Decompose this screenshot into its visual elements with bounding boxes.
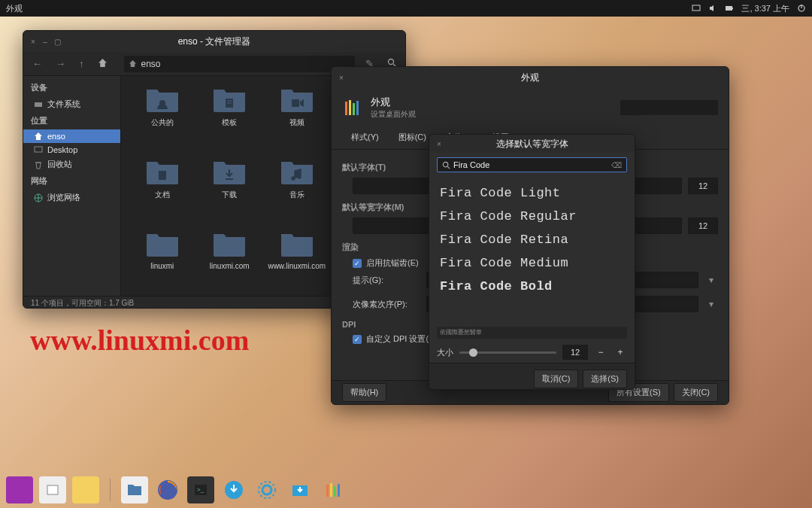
clear-icon[interactable]: ⌫ xyxy=(611,161,622,169)
close-icon[interactable]: × xyxy=(29,38,37,45)
fm-titlebar[interactable]: × – ▢ enso - 文件管理器 xyxy=(23,31,405,52)
font-search-field[interactable] xyxy=(453,160,608,169)
help-button[interactable]: 帮助(H) xyxy=(342,383,386,402)
font-list[interactable]: Fira Code Light Fira Code Regular Fira C… xyxy=(429,177,635,324)
aw-titlebar[interactable]: × 外观 xyxy=(332,67,729,88)
dock-software[interactable] xyxy=(286,476,314,503)
svg-rect-17 xyxy=(356,101,359,115)
font-option[interactable]: Fira Code Medium xyxy=(437,251,627,275)
tab-style[interactable]: 样式(Y) xyxy=(342,127,388,149)
aw-search-icon[interactable] xyxy=(620,100,718,115)
dock-downloads[interactable] xyxy=(220,476,247,503)
tray-power-icon[interactable] xyxy=(797,4,806,13)
svg-rect-2 xyxy=(732,8,733,9)
folder-icon xyxy=(280,231,314,258)
back-button[interactable]: ← xyxy=(29,56,45,71)
top-panel: 外观 三, 3:37 上午 xyxy=(0,0,812,17)
size-slider[interactable] xyxy=(459,351,556,354)
checkbox-icon: ✓ xyxy=(353,335,362,344)
sidebar-item-desktop[interactable]: Desktop xyxy=(23,143,120,157)
sidebar-item-browse-network[interactable]: 浏览网络 xyxy=(23,190,120,205)
desktop-icon xyxy=(34,145,43,154)
cancel-button[interactable]: 取消(C) xyxy=(534,370,578,388)
dock: >_ xyxy=(0,473,812,506)
folder-music[interactable]: 音乐 xyxy=(266,159,328,225)
dock-file-manager[interactable] xyxy=(121,476,148,503)
fp-titlebar[interactable]: × 选择默认等宽字体 xyxy=(429,135,635,153)
dock-settings[interactable] xyxy=(253,476,280,503)
sidebar-devices-header: 设备 xyxy=(23,79,120,96)
svg-rect-12 xyxy=(292,99,299,107)
dock-firefox[interactable] xyxy=(154,476,181,503)
font-option[interactable]: Fira Code Regular xyxy=(437,205,627,228)
svg-point-22 xyxy=(158,480,177,500)
dock-files[interactable] xyxy=(39,476,66,503)
panel-clock[interactable]: 三, 3:37 上午 xyxy=(741,3,789,14)
size-label: 大小 xyxy=(437,347,453,358)
close-button[interactable]: 关闭(C) xyxy=(674,383,718,402)
svg-text:>_: >_ xyxy=(197,486,205,493)
folder-icon xyxy=(145,87,180,114)
tray-volume-icon[interactable] xyxy=(708,4,717,13)
dock-appearance[interactable] xyxy=(320,476,347,503)
size-minus-button[interactable]: − xyxy=(594,345,607,359)
folder-linuxmi-com[interactable]: linuxmi.com xyxy=(199,231,261,297)
folder-templates[interactable]: 模板 xyxy=(199,87,261,153)
folder-icon xyxy=(280,159,314,186)
chevron-down-icon: ▾ xyxy=(704,275,718,285)
folder-icon xyxy=(280,87,314,114)
svg-rect-7 xyxy=(35,102,42,107)
panel-app-title: 外观 xyxy=(6,3,23,14)
dock-notes[interactable] xyxy=(72,476,99,503)
tray-screen-icon[interactable] xyxy=(692,4,701,13)
font-preview: 依國際憂愁醫華 xyxy=(437,327,627,339)
size-value[interactable]: 12 xyxy=(562,345,588,360)
svg-rect-14 xyxy=(345,102,347,115)
sidebar-locations-header: 位置 xyxy=(23,112,120,129)
close-icon[interactable]: × xyxy=(338,74,345,81)
drive-icon xyxy=(34,100,43,109)
appearance-icon xyxy=(342,97,363,118)
svg-rect-32 xyxy=(338,484,340,497)
svg-rect-1 xyxy=(726,6,732,11)
forward-button[interactable]: → xyxy=(53,56,68,71)
folder-videos[interactable]: 视频 xyxy=(266,87,328,153)
dock-launcher[interactable] xyxy=(6,476,33,503)
dock-terminal[interactable]: >_ xyxy=(187,476,214,503)
svg-point-26 xyxy=(262,485,271,494)
svg-rect-15 xyxy=(349,100,351,115)
folder-linuxmi[interactable]: linuxmi xyxy=(132,231,193,297)
trash-icon xyxy=(34,160,43,169)
svg-point-27 xyxy=(259,482,275,498)
svg-rect-21 xyxy=(80,485,91,495)
subpixel-label: 次像素次序(P): xyxy=(353,299,420,310)
size-plus-button[interactable]: + xyxy=(614,345,627,359)
hint-label: 提示(G): xyxy=(353,275,420,286)
tray-battery-icon[interactable] xyxy=(725,4,734,13)
home-button[interactable] xyxy=(95,56,111,71)
font-option[interactable]: Fira Code Retina xyxy=(437,228,627,251)
sidebar-item-trash[interactable]: 回收站 xyxy=(23,157,120,172)
fp-title: 选择默认等宽字体 xyxy=(496,138,568,151)
default-font-size[interactable]: 12 xyxy=(688,178,718,194)
up-button[interactable]: ↑ xyxy=(76,56,87,71)
folder-downloads[interactable]: 下载 xyxy=(199,159,261,225)
watermark-text: www.linuxmi.com xyxy=(30,324,249,357)
sidebar-item-filesystem[interactable]: 文件系统 xyxy=(23,96,120,112)
default-mono-size[interactable]: 12 xyxy=(688,217,718,234)
slider-thumb[interactable] xyxy=(469,348,477,357)
font-option[interactable]: Fira Code Bold xyxy=(437,275,627,298)
svg-rect-20 xyxy=(47,485,58,494)
font-option[interactable]: Fira Code Light xyxy=(437,181,627,205)
font-search-input[interactable]: ⌫ xyxy=(437,157,627,172)
dock-separator xyxy=(110,479,111,501)
close-icon[interactable]: × xyxy=(435,140,443,148)
sidebar-item-enso[interactable]: enso xyxy=(23,129,120,143)
maximize-icon[interactable]: ▢ xyxy=(53,38,61,45)
folder-public[interactable]: 公共的 xyxy=(132,87,193,153)
minimize-icon[interactable]: – xyxy=(41,38,49,45)
folder-documents[interactable]: 文档 xyxy=(132,159,193,225)
path-bar[interactable]: enso xyxy=(124,56,356,72)
select-button[interactable]: 选择(S) xyxy=(583,370,627,388)
folder-www-linuxmi[interactable]: www.linuxmi.com xyxy=(266,231,328,297)
